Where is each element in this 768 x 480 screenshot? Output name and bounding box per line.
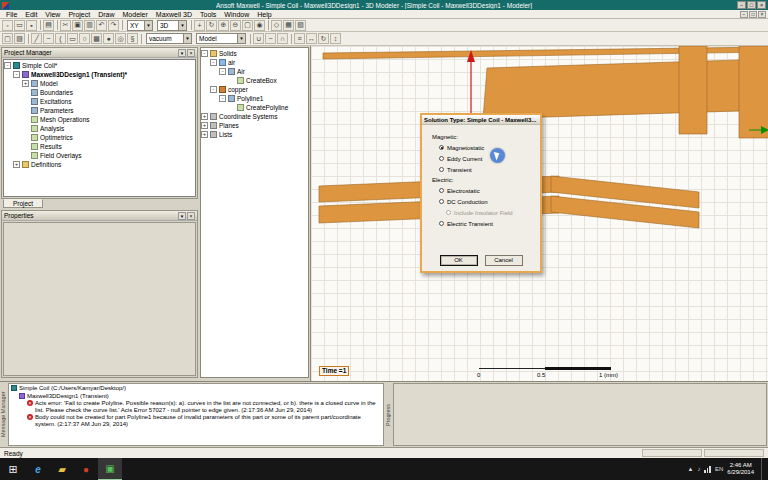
hidden-icons-icon[interactable]: ▲ [688,466,694,472]
volume-icon[interactable]: ♪ [697,466,700,472]
tree-item-lists[interactable]: Lists [201,130,308,139]
expander-icon[interactable] [201,131,208,138]
undo-icon[interactable]: ↶ [96,20,107,31]
chevron-down-icon[interactable]: ▼ [144,21,152,30]
tree-item-field-overlays[interactable]: Field Overlays [4,151,195,160]
zoom-out-icon[interactable]: ⊖ [230,20,241,31]
menu-view[interactable]: View [41,11,64,18]
draw-helix-icon[interactable]: § [127,33,138,44]
select-object-icon[interactable]: ▢ [2,33,13,44]
message-design-row[interactable]: Maxwell3DDesign1 (Transient) [19,393,381,400]
taskbar-clock[interactable]: 2:46 AM 6/29/2014 [727,462,754,476]
chevron-down-icon[interactable]: ▼ [237,34,245,43]
menu-modeler[interactable]: Modeler [119,11,152,18]
paste-icon[interactable]: ▥ [84,20,95,31]
draw-sphere-icon[interactable]: ◎ [115,33,126,44]
project-tab[interactable]: Project [3,199,43,208]
tree-item-mesh-operations[interactable]: Mesh Operations [4,115,195,124]
radio-icon[interactable] [439,221,444,226]
tree-item-polyline1[interactable]: Polyline1 [201,94,308,103]
move-icon[interactable]: ↔ [306,33,317,44]
print-icon[interactable]: ▤ [43,20,54,31]
draw-line-icon[interactable]: ╱ [31,33,42,44]
tree-item-parameters[interactable]: Parameters [4,106,195,115]
scale-icon[interactable]: ↕ [330,33,341,44]
open-icon[interactable]: ▭ [14,20,25,31]
message-error-row[interactable]: Body could not be created for part Polyl… [27,414,381,427]
tree-item-air-material[interactable]: air [201,58,308,67]
zoom-window-icon[interactable]: ▢ [242,20,253,31]
radio-eddy-current[interactable]: Eddy Current [439,153,532,164]
snap-settings-icon[interactable]: ▧ [295,20,306,31]
mdi-close-button[interactable]: × [758,11,766,18]
menu-file[interactable]: File [2,11,21,18]
boolean-unite-icon[interactable]: ∪ [253,33,264,44]
expander-icon[interactable] [13,71,20,78]
pan-icon[interactable]: + [194,20,205,31]
tree-item-copper-material[interactable]: copper [201,85,308,94]
message-error-row[interactable]: Acis error: 'Fail to create Polyline. Po… [27,400,381,413]
expander-icon[interactable] [210,59,217,66]
panel-menu-icon[interactable]: ▾ [178,49,186,57]
tree-item-excitations[interactable]: Excitations [4,97,195,106]
tree-item-coordinate-systems[interactable]: Coordinate Systems [201,112,308,121]
radio-dc-conduction[interactable]: DC Conduction [439,196,532,207]
radio-icon[interactable] [439,199,444,204]
menu-window[interactable]: Window [220,11,253,18]
draw-arc-icon[interactable]: ( [55,33,66,44]
mdi-restore-button[interactable]: □ [749,11,757,18]
redo-icon[interactable]: ↷ [108,20,119,31]
zoom-in-icon[interactable]: ⊕ [218,20,229,31]
expander-icon[interactable] [210,86,217,93]
radio-electric-transient[interactable]: Electric Transient [439,218,532,229]
tree-item-design[interactable]: Maxwell3DDesign1 (Transient)* [4,70,195,79]
tree-item-results[interactable]: Results [4,142,195,151]
mirror-icon[interactable]: ≡ [294,33,305,44]
radio-icon[interactable] [439,188,444,193]
menu-tools[interactable]: Tools [196,11,220,18]
restore-button[interactable]: □ [747,1,756,9]
rotate-icon[interactable]: ↻ [318,33,329,44]
panel-menu-icon[interactable]: ▾ [178,212,186,220]
menu-maxwell3d[interactable]: Maxwell 3D [152,11,196,18]
chevron-down-icon[interactable]: ▼ [183,34,191,43]
expander-icon[interactable] [219,68,226,75]
network-icon[interactable] [704,465,711,473]
tree-item-createbox[interactable]: CreateBox [201,76,308,85]
orient-isometric-icon[interactable]: ◇ [271,20,282,31]
boolean-subtract-icon[interactable]: − [265,33,276,44]
boolean-intersect-icon[interactable]: ∩ [277,33,288,44]
maxwell-app-icon[interactable]: ▣ [98,458,122,480]
expander-icon[interactable] [201,113,208,120]
tree-item-air-object[interactable]: Air [201,67,308,76]
message-manager-tab[interactable]: Message Manager [0,383,8,446]
menu-project[interactable]: Project [64,11,94,18]
minimize-button[interactable]: − [737,1,746,9]
media-player-icon[interactable]: ● [74,458,98,480]
select-face-icon[interactable]: ▨ [14,33,25,44]
copy-icon[interactable]: ▣ [72,20,83,31]
panel-close-icon[interactable]: × [187,212,195,220]
material-combo[interactable]: vacuum▼ [146,33,192,44]
file-explorer-icon[interactable]: ▰ [50,458,74,480]
plane-combo[interactable]: XY▼ [127,20,153,31]
language-indicator[interactable]: EN [715,466,723,472]
ok-button[interactable]: OK [440,255,478,266]
tree-item-definitions[interactable]: Definitions [4,160,195,169]
expander-icon[interactable] [219,95,226,102]
tree-item-solids[interactable]: Solids [201,49,308,58]
radio-icon[interactable] [439,167,444,172]
draw-cylinder-icon[interactable]: ● [103,33,114,44]
expander-icon[interactable] [201,50,208,57]
view-orientation-combo[interactable]: 3D▼ [157,20,187,31]
cut-icon[interactable]: ✂ [60,20,71,31]
tree-item-createpolyline[interactable]: CreatePolyline [201,103,308,112]
draw-rectangle-icon[interactable]: ▭ [67,33,78,44]
radio-transient[interactable]: Transient [439,164,532,175]
chevron-down-icon[interactable]: ▼ [178,21,186,30]
progress-tab[interactable]: Progress [385,383,393,446]
radio-icon[interactable] [439,145,444,150]
mdi-minimize-button[interactable]: − [740,11,748,18]
save-icon[interactable]: ▪ [26,20,37,31]
fit-all-icon[interactable]: ◉ [254,20,265,31]
